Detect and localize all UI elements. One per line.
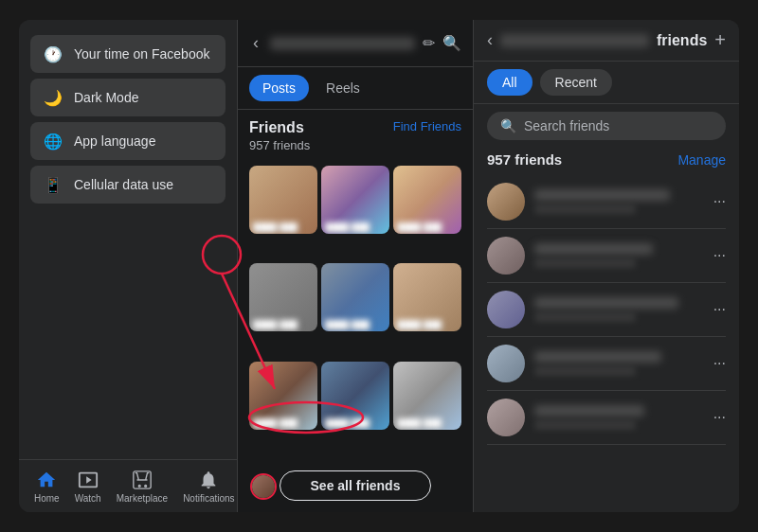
nav-marketplace-label: Marketplace [117, 493, 168, 504]
friend-options-5[interactable]: ··· [713, 409, 726, 426]
friends-grid: ████ ███ ████ ███ ████ ███ ████ ███ ████… [238, 158, 473, 463]
clock-icon: 🕐 [44, 44, 63, 63]
nav-marketplace[interactable]: Marketplace [109, 463, 175, 509]
friend-avatar-5 [487, 399, 525, 436]
friend-list-item-4[interactable]: ··· [487, 337, 726, 391]
left-panel: 🕐 Your time on Facebook 🌙 Dark Mode 🌐 Ap… [19, 20, 237, 512]
friend-name-9: ████ ███ [397, 418, 458, 428]
header-title-blurred [270, 37, 415, 50]
header-action-icons: ✏ 🔍 [423, 34, 461, 52]
friend-sub-blur-3 [534, 312, 636, 322]
find-friends-link[interactable]: Find Friends [393, 119, 461, 133]
right-friends-count: 957 friends [487, 151, 562, 168]
see-all-friends-button[interactable]: See all friends [280, 470, 432, 501]
friend-info-3 [534, 297, 704, 322]
friend-name-1: ████ ███ [253, 222, 314, 232]
friend-name-2: ████ ███ [325, 222, 386, 232]
friend-list-item-1[interactable]: ··· [487, 175, 726, 229]
friend-info-5 [534, 405, 704, 430]
search-placeholder: Search friends [524, 118, 609, 133]
right-title-blurred [500, 34, 649, 47]
friend-list-item-5[interactable]: ··· [487, 391, 726, 445]
tab-reels[interactable]: Reels [313, 75, 373, 101]
right-header: ‹ friends + [474, 20, 739, 62]
filter-tab-all[interactable]: All [487, 69, 532, 96]
add-friend-icon[interactable]: + [714, 29, 726, 51]
friend-name-7: ████ ███ [253, 418, 314, 428]
friend-options-1[interactable]: ··· [713, 193, 726, 210]
nav-home[interactable]: Home [27, 463, 67, 509]
friend-card-2[interactable]: ████ ███ [321, 166, 389, 234]
moon-icon: 🌙 [44, 88, 63, 107]
nav-home-label: Home [34, 493, 60, 504]
friend-name-blur-5 [534, 405, 644, 417]
friend-card-5[interactable]: ████ ███ [321, 263, 389, 331]
menu-item-app-language[interactable]: 🌐 App language [30, 122, 226, 160]
friend-options-4[interactable]: ··· [713, 355, 726, 372]
nav-notifications-label: Notifications [183, 493, 234, 504]
menu-label-language: App language [74, 133, 155, 149]
marketplace-icon [131, 469, 153, 491]
watch-icon [77, 469, 99, 491]
middle-panel: ‹ ✏ 🔍 Posts Reels Friends Find Friends 9… [237, 20, 474, 512]
friend-sub-blur-1 [534, 204, 636, 214]
friends-title: Friends [249, 119, 304, 136]
globe-icon: 🌐 [44, 132, 63, 151]
friend-card-7[interactable]: ████ ███ [249, 362, 317, 430]
back-button-middle[interactable]: ‹ [249, 29, 262, 57]
friend-card-4[interactable]: ████ ███ [249, 263, 317, 331]
nav-notifications[interactable]: Notifications [175, 463, 242, 509]
nav-profile[interactable] [243, 468, 284, 505]
friend-sub-blur-4 [534, 366, 636, 376]
friend-sub-blur-5 [534, 420, 636, 430]
friend-list-item-2[interactable]: ··· [487, 229, 726, 283]
search-friends-bar[interactable]: 🔍 Search friends [487, 112, 726, 140]
friend-card-1[interactable]: ████ ███ [249, 166, 317, 234]
friend-options-3[interactable]: ··· [713, 301, 726, 318]
friend-avatar-3 [487, 291, 525, 328]
friend-card-8[interactable]: ████ ███ [321, 362, 389, 430]
friends-count-middle: 957 friends [249, 138, 461, 152]
friend-name-blur-3 [534, 297, 678, 309]
nav-watch-label: Watch [75, 493, 101, 504]
friend-card-9[interactable]: ████ ███ [393, 362, 461, 430]
friend-name-blur-2 [534, 243, 653, 255]
friends-list: ··· ··· ··· [474, 175, 739, 512]
friend-name-blur-1 [534, 189, 670, 201]
bell-icon [197, 469, 220, 491]
menu-label-time: Your time on Facebook [74, 46, 209, 62]
friends-section-header: Friends Find Friends 957 friends [238, 110, 473, 158]
edit-icon[interactable]: ✏ [423, 34, 435, 52]
friend-info-1 [534, 189, 704, 214]
nav-watch[interactable]: Watch [67, 463, 109, 509]
menu-item-time-on-facebook[interactable]: 🕐 Your time on Facebook [30, 35, 226, 73]
friend-info-2 [534, 243, 704, 268]
middle-header: ‹ ✏ 🔍 [238, 20, 473, 67]
friend-name-blur-4 [534, 351, 661, 363]
friend-options-2[interactable]: ··· [713, 247, 726, 264]
friend-name-5: ████ ███ [325, 320, 386, 329]
friend-list-item-3[interactable]: ··· [487, 283, 726, 337]
search-icon: 🔍 [500, 118, 516, 133]
right-friends-header: 957 friends Manage [474, 148, 739, 175]
menu-item-dark-mode[interactable]: 🌙 Dark Mode [30, 79, 226, 116]
filter-tab-recent[interactable]: Recent [540, 69, 612, 96]
filter-tabs: All Recent [474, 62, 739, 104]
menu-label-cellular: Cellular data use [74, 177, 173, 192]
menu-item-cellular[interactable]: 📱 Cellular data use [30, 166, 226, 204]
friend-avatar-2 [487, 237, 525, 275]
back-button-right[interactable]: ‹ [487, 30, 493, 50]
manage-friends-link[interactable]: Manage [677, 152, 726, 168]
bottom-navigation: Home Watch Marketplace Notifications [19, 459, 237, 512]
friend-card-6[interactable]: ████ ███ [393, 263, 461, 331]
right-title-friends: friends [657, 32, 707, 49]
tab-posts[interactable]: Posts [249, 75, 309, 101]
friend-sub-blur-2 [534, 258, 636, 268]
friend-card-3[interactable]: ████ ███ [393, 166, 461, 234]
friend-name-3: ████ ███ [397, 222, 458, 232]
friend-name-4: ████ ███ [253, 320, 314, 329]
friend-name-6: ████ ███ [397, 320, 458, 329]
search-icon-header[interactable]: 🔍 [442, 34, 461, 52]
tab-bar: Posts Reels [238, 67, 473, 110]
menu-label-dark: Dark Mode [74, 90, 138, 105]
